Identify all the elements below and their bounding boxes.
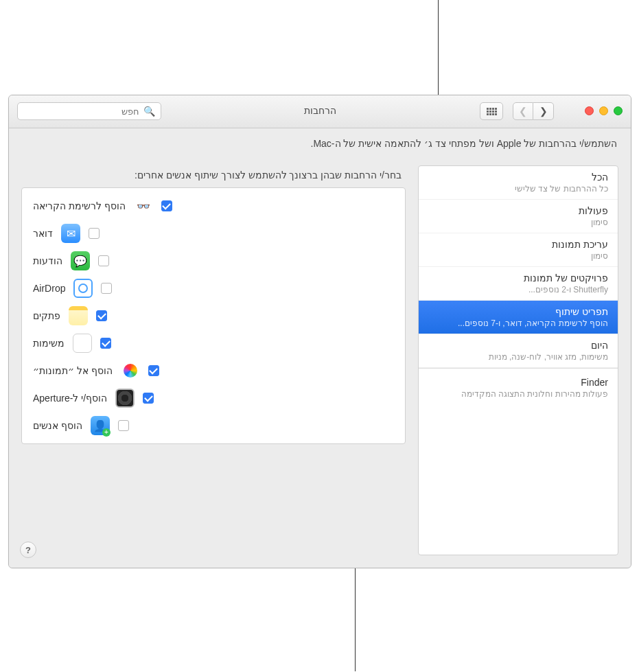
checkbox[interactable] <box>96 310 107 321</box>
intro-text: השתמש/י בהרחבות של Apple ושל מפתחי צד ג׳… <box>9 128 631 156</box>
help-icon: ? <box>25 545 31 555</box>
search-icon: 🔍 <box>143 106 155 116</box>
sidebar-item-title: תפריט שיתוף <box>428 306 608 317</box>
notes-icon <box>69 306 88 325</box>
preferences-window: ❮ ❯ הרחבות 🔍 השתמש/י בהרחבות של Apple וש… <box>8 95 631 568</box>
checkbox[interactable] <box>100 338 111 349</box>
extension-label: דואר <box>33 228 53 239</box>
minimize-button[interactable] <box>599 106 608 115</box>
sidebar-item-title: פרויקטים של תמונות <box>428 273 608 283</box>
sidebar-item-title: עריכת תמונות <box>428 239 608 250</box>
sidebar-item-title: היום <box>428 340 608 351</box>
extension-list: 👓 הוסף לרשימת הקריאה ✉ דואר 💬 הודעות <box>21 187 406 444</box>
airdrop-icon <box>73 279 93 298</box>
extension-row-notes[interactable]: פתקים <box>22 302 405 329</box>
sidebar-item-sub: הוסף לרשימת הקריאה, דואר, ו-7 נוספים... <box>428 318 608 328</box>
extension-row-photos[interactable]: הוסף אל ״תמונות״ <box>22 357 405 384</box>
checkbox[interactable] <box>143 393 154 404</box>
sidebar-item-sharemenu[interactable]: תפריט שיתוף הוסף לרשימת הקריאה, דואר, ו-… <box>419 301 618 334</box>
checkbox[interactable] <box>101 283 112 294</box>
extension-label: הוסף אנשים <box>33 420 82 431</box>
checkbox[interactable] <box>98 255 109 266</box>
sidebar-item-title: הכל <box>428 172 608 183</box>
window-body: השתמש/י בהרחבות של Apple ושל מפתחי צד ג׳… <box>9 128 631 568</box>
extension-row-people[interactable]: 👤 הוסף אנשים <box>22 412 405 439</box>
extension-label: הוסף אל ״תמונות״ <box>33 365 113 376</box>
extension-label: פתקים <box>33 310 60 321</box>
window-controls <box>585 106 623 115</box>
nav-buttons: ❮ ❯ <box>513 102 554 120</box>
title-bar: ❮ ❯ הרחבות 🔍 <box>9 95 631 128</box>
extension-row-messages[interactable]: 💬 הודעות <box>22 247 405 275</box>
zoom-button[interactable] <box>614 106 623 115</box>
forward-button[interactable]: ❯ <box>533 102 554 120</box>
extension-label: הודעות <box>33 255 62 266</box>
close-button[interactable] <box>585 106 594 115</box>
extension-label: משימות <box>33 338 65 349</box>
back-button[interactable]: ❮ <box>513 102 533 120</box>
sidebar-item-all[interactable]: הכל כל ההרחבות של צד שלישי <box>419 166 618 200</box>
checkbox[interactable] <box>161 200 172 211</box>
detail-pane: בחר/י הרחבות שבהן ברצונך להשתמש לצורך שי… <box>21 165 406 555</box>
search-field[interactable]: 🔍 <box>17 102 161 120</box>
sidebar-item-sub: משימות, מזג אוויר, לוח-שנה, מניות <box>428 352 608 362</box>
show-all-button[interactable] <box>480 102 503 120</box>
category-sidebar: הכל כל ההרחבות של צד שלישי פעולות סימון … <box>418 165 618 555</box>
people-icon: 👤 <box>91 416 110 435</box>
sidebar-item-title: Finder <box>428 377 608 388</box>
pane-header: בחר/י הרחבות שבהן ברצונך להשתמש לצורך שי… <box>135 170 402 181</box>
sidebar-item-photoediting[interactable]: עריכת תמונות סימון <box>419 233 618 267</box>
sidebar-item-sub: סימון <box>428 251 608 261</box>
extension-row-readinglist[interactable]: 👓 הוסף לרשימת הקריאה <box>22 192 405 220</box>
checkbox[interactable] <box>118 420 129 431</box>
mail-icon: ✉ <box>61 224 80 243</box>
photos-icon <box>121 361 140 380</box>
reminders-icon <box>73 334 92 353</box>
sidebar-item-sub: כל ההרחבות של צד שלישי <box>428 184 608 194</box>
sidebar-item-actions[interactable]: פעולות סימון <box>419 200 618 233</box>
aperture-icon <box>115 389 135 408</box>
extension-row-aperture[interactable]: הוסף/י ל-Aperture <box>22 384 405 412</box>
extension-label: AirDrop <box>33 283 65 294</box>
messages-icon: 💬 <box>71 251 90 270</box>
sidebar-item-today[interactable]: היום משימות, מזג אוויר, לוח-שנה, מניות <box>419 334 618 368</box>
checkbox[interactable] <box>89 228 100 239</box>
sidebar-item-sub: Shutterfly ו-2 נוספים... <box>428 285 608 294</box>
help-button[interactable]: ? <box>20 542 36 558</box>
sidebar-item-sub: פעולות מהירות וחלונית התצוגה המקדימה <box>428 389 608 399</box>
sidebar-item-photoprojects[interactable]: פרויקטים של תמונות Shutterfly ו-2 נוספים… <box>419 267 618 301</box>
sidebar-item-title: פעולות <box>428 205 608 216</box>
search-input[interactable] <box>23 106 139 117</box>
callout-line-top <box>438 0 439 95</box>
extension-row-mail[interactable]: ✉ דואר <box>22 220 405 247</box>
extension-row-reminders[interactable]: משימות <box>22 329 405 357</box>
checkbox[interactable] <box>148 365 159 376</box>
extension-label: הוסף לרשימת הקריאה <box>33 200 126 211</box>
extension-row-airdrop[interactable]: AirDrop <box>22 275 405 302</box>
grid-icon <box>487 108 497 115</box>
sidebar-item-finder[interactable]: Finder פעולות מהירות וחלונית התצוגה המקד… <box>419 368 618 404</box>
extension-label: הוסף/י ל-Aperture <box>33 393 107 404</box>
sidebar-item-sub: סימון <box>428 218 608 227</box>
glasses-icon: 👓 <box>134 196 153 216</box>
